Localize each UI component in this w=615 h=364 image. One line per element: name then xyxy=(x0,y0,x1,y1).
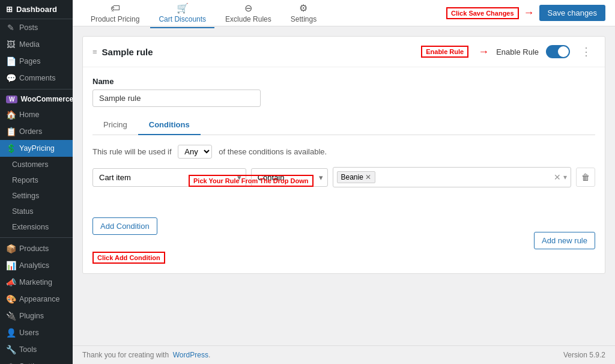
sidebar-item-label: Tools xyxy=(19,345,37,354)
save-annotation-arrow: → xyxy=(524,7,535,19)
sidebar-item-yaypricing[interactable]: 💲 YayPricing xyxy=(0,140,73,157)
main-area: 🏷 Product Pricing 🛒 Cart Discounts ⊖ Exc… xyxy=(73,0,615,364)
tag-dropdown-icon[interactable]: ▾ xyxy=(563,173,567,181)
add-new-rule-button[interactable]: Add new rule xyxy=(534,232,595,249)
content-area: ≡ Sample rule Enable Rule → Enable Rule … xyxy=(73,26,615,345)
sidebar-item-media[interactable]: 🖼 Media xyxy=(0,36,73,53)
tab-pricing[interactable]: Pricing xyxy=(92,115,138,135)
save-area: Click Save Changes → Save changes xyxy=(446,5,605,21)
sidebar-item-settings[interactable]: ⚙ Settings xyxy=(0,358,73,364)
condition-row: Cart item Contain Beanie ✕ xyxy=(92,167,595,187)
cart-discounts-icon: 🛒 xyxy=(177,2,189,14)
dashboard-label: Dashboard xyxy=(16,5,57,14)
sidebar-item-settings-woo[interactable]: Settings xyxy=(0,188,73,204)
rule-card-header: ≡ Sample rule Enable Rule → Enable Rule … xyxy=(83,37,605,67)
tab-settings[interactable]: ⚙ Settings xyxy=(282,0,325,28)
trash-icon: 🗑 xyxy=(581,172,590,182)
woocommerce-brand[interactable]: W WooCommerce xyxy=(0,92,73,106)
drag-handle-icon[interactable]: ≡ xyxy=(92,47,97,56)
users-icon: 👤 xyxy=(6,328,16,338)
sidebar-item-label: Orders xyxy=(19,127,42,136)
sidebar-item-products[interactable]: 📦 Products xyxy=(0,240,73,257)
sidebar-item-label: Status xyxy=(12,207,33,216)
add-condition-area: Add Condition Click Add Condition xyxy=(92,217,165,264)
sidebar-item-marketing[interactable]: 📣 Marketing xyxy=(0,274,73,291)
sidebar: ⊞ Dashboard ✎ Posts 🖼 Media 📄 Pages 💬 Co… xyxy=(0,0,73,364)
more-options-icon[interactable]: ⋮ xyxy=(577,44,595,59)
sidebar-item-label: Marketing xyxy=(19,278,52,287)
sidebar-item-label: Settings xyxy=(12,192,39,200)
condition-tag: Beanie ✕ xyxy=(337,171,375,183)
settings-tab-icon: ⚙ xyxy=(299,2,308,14)
sidebar-item-home[interactable]: 🏠 Home xyxy=(0,106,73,123)
exclude-rules-icon: ⊖ xyxy=(244,2,252,14)
add-condition-button[interactable]: Add Condition xyxy=(92,217,157,235)
rule-header-right: Enable Rule → Enable Rule ⋮ xyxy=(421,44,595,59)
condition-type-select[interactable]: Cart item xyxy=(92,168,246,187)
sidebar-logo[interactable]: ⊞ Dashboard xyxy=(0,0,73,19)
tab-conditions[interactable]: Conditions xyxy=(138,115,201,135)
inner-tabs: Pricing Conditions xyxy=(92,115,595,135)
woo-badge: W xyxy=(6,96,17,103)
conditions-area: This rule will be used if Any of these c… xyxy=(92,145,595,264)
intro-suffix: of these conditions is available. xyxy=(219,147,327,156)
enable-arrow: → xyxy=(478,46,489,58)
tab-label: Product Pricing xyxy=(91,15,139,23)
posts-icon: ✎ xyxy=(6,23,16,32)
sidebar-item-extensions[interactable]: Extensions xyxy=(0,219,73,235)
sidebar-item-orders[interactable]: 📋 Orders xyxy=(0,123,73,140)
sidebar-item-label: Plugins xyxy=(19,312,44,320)
sidebar-item-plugins[interactable]: 🔌 Plugins xyxy=(0,308,73,324)
top-navigation: 🏷 Product Pricing 🛒 Cart Discounts ⊖ Exc… xyxy=(73,0,615,26)
sidebar-item-users[interactable]: 👤 Users xyxy=(0,324,73,341)
dashboard-icon: ⊞ xyxy=(6,5,13,14)
sidebar-item-posts[interactable]: ✎ Posts xyxy=(0,19,73,36)
wordpress-link[interactable]: WordPress xyxy=(173,351,208,359)
sidebar-item-status[interactable]: Status xyxy=(0,204,73,219)
tag-clear-icon[interactable]: ✕ xyxy=(554,172,561,182)
condition-value-input[interactable]: Beanie ✕ ✕ ▾ xyxy=(333,167,572,187)
sidebar-item-label: Appearance xyxy=(19,295,59,303)
appearance-icon: 🎨 xyxy=(6,294,16,304)
tab-product-pricing[interactable]: 🏷 Product Pricing xyxy=(82,0,148,28)
tag-remove-icon[interactable]: ✕ xyxy=(365,173,371,181)
rule-title: Sample rule xyxy=(102,47,153,57)
sidebar-item-label: Extensions xyxy=(12,223,49,231)
products-icon: 📦 xyxy=(6,244,16,253)
condition-operator-select[interactable]: Contain xyxy=(251,168,328,187)
any-select[interactable]: Any xyxy=(178,145,212,159)
tab-cart-discounts[interactable]: 🛒 Cart Discounts xyxy=(150,0,214,28)
sidebar-item-analytics[interactable]: 📊 Analytics xyxy=(0,257,73,274)
sidebar-item-tools[interactable]: 🔧 Tools xyxy=(0,341,73,358)
sidebar-item-label: Analytics xyxy=(19,261,49,270)
rule-card-body: Name Pricing Conditions This rule will b… xyxy=(83,67,605,273)
sidebar-item-pages[interactable]: 📄 Pages xyxy=(0,53,73,70)
sidebar-item-label: Media xyxy=(19,40,40,49)
settings-icon: ⚙ xyxy=(6,362,16,364)
home-icon: 🏠 xyxy=(6,110,16,120)
tab-label: Cart Discounts xyxy=(159,15,206,23)
rule-name-input[interactable] xyxy=(92,89,261,107)
pages-icon: 📄 xyxy=(6,56,16,66)
sidebar-item-appearance[interactable]: 🎨 Appearance xyxy=(0,291,73,308)
analytics-icon: 📊 xyxy=(6,261,16,270)
sidebar-item-label: Users xyxy=(19,329,39,337)
sidebar-item-label: Products xyxy=(19,244,49,253)
sidebar-item-customers[interactable]: Customers xyxy=(0,157,73,172)
sidebar-item-reports[interactable]: Reports xyxy=(0,172,73,188)
sidebar-item-comments[interactable]: 💬 Comments xyxy=(0,70,73,86)
tab-label: Exclude Rules xyxy=(225,15,271,23)
tools-icon: 🔧 xyxy=(6,345,16,354)
sidebar-item-label: Customers xyxy=(12,160,48,169)
save-changes-button[interactable]: Save changes xyxy=(539,5,605,21)
version-label: Version 5.9.2 xyxy=(563,351,605,359)
conditions-intro: This rule will be used if Any of these c… xyxy=(92,145,595,159)
conditions-footer: Add Condition Click Add Condition Add ne… xyxy=(92,217,595,264)
tab-exclude-rules[interactable]: ⊖ Exclude Rules xyxy=(217,0,280,28)
sidebar-item-label: Home xyxy=(19,111,39,119)
sidebar-item-label: Posts xyxy=(19,23,38,32)
enable-rule-toggle[interactable] xyxy=(546,45,570,58)
enable-rule-annotation: Enable Rule xyxy=(421,46,468,58)
woocommerce-label: WooCommerce xyxy=(20,95,73,103)
delete-condition-button[interactable]: 🗑 xyxy=(576,168,595,187)
